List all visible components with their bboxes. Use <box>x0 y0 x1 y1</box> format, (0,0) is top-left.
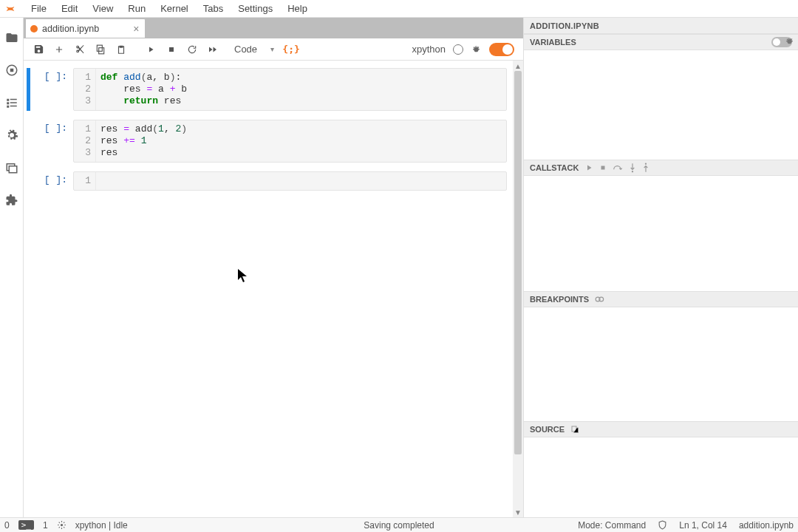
scrollbar-thumb[interactable] <box>514 71 522 454</box>
code-cell[interactable]: [ ]:123def add(a, b): res = a + b return… <box>27 68 507 111</box>
restart-run-all-button[interactable] <box>204 41 222 58</box>
code-editor[interactable]: 123def add(a, b): res = a + b return res <box>73 68 507 111</box>
debugger-panel-bug-icon[interactable] <box>784 35 795 47</box>
svg-rect-1 <box>10 69 13 72</box>
status-file[interactable]: addition.ipynb <box>739 520 794 531</box>
code-body[interactable] <box>96 172 105 190</box>
callstack-header[interactable]: CALLSTACK <box>524 160 798 176</box>
cell-prompt: [ ]: <box>30 120 73 163</box>
scrollbar-track[interactable] <box>513 71 523 507</box>
cell-type-label: Code <box>234 44 257 55</box>
status-left-1[interactable]: 1 <box>43 520 48 531</box>
notebook-toolbar: Code ▾ {;} xpython <box>24 38 523 61</box>
left-sidebar <box>0 18 24 517</box>
code-cell[interactable]: [ ]:123res = add(1, 2)res += 1res <box>27 120 507 163</box>
line-numbers: 123 <box>74 120 96 162</box>
toggle-knob <box>773 38 780 46</box>
menu-file[interactable]: File <box>24 1 54 16</box>
copy-button[interactable] <box>92 41 109 58</box>
insert-cell-button[interactable] <box>50 41 68 58</box>
step-over-icon[interactable] <box>613 163 623 172</box>
line-numbers: 123 <box>74 69 96 110</box>
code-cell[interactable]: [ ]:1 <box>27 171 507 191</box>
svg-point-8 <box>632 171 633 172</box>
toc-icon[interactable] <box>5 96 18 109</box>
continue-icon[interactable] <box>584 163 593 172</box>
debugger-title: ADDITION.IPYNB <box>524 18 798 34</box>
debugger-toggle[interactable] <box>489 43 514 56</box>
code-body[interactable]: def add(a, b): res = a + b return res <box>96 69 191 110</box>
tab-addition-ipynb[interactable]: addition.ipynb × <box>25 18 146 38</box>
cell-prompt: [ ]: <box>30 171 73 191</box>
restart-button[interactable] <box>183 41 201 58</box>
kernel-status-icon[interactable] <box>453 44 463 55</box>
breakpoints-header[interactable]: BREAKPOINTS <box>524 291 798 307</box>
status-bar: 0 >_ 1 xpython | Idle Saving completed M… <box>0 517 798 532</box>
variables-body <box>524 50 798 160</box>
tabs-icon[interactable] <box>5 161 18 174</box>
menu-tabs[interactable]: Tabs <box>196 1 231 16</box>
notebook-dot-icon <box>30 25 38 33</box>
line-numbers: 1 <box>74 172 96 190</box>
code-editor[interactable]: 123res = add(1, 2)res += 1res <box>73 120 507 163</box>
notebook-scrollbar[interactable]: ▲ ▼ <box>513 61 523 517</box>
source-header[interactable]: SOURCE <box>524 421 798 437</box>
status-lncol[interactable]: Ln 1, Col 14 <box>679 520 727 531</box>
chevron-down-icon: ▾ <box>270 45 274 53</box>
callstack-body <box>524 176 798 291</box>
kernel-name[interactable]: xpython <box>412 44 446 55</box>
tab-title: addition.ipynb <box>42 24 99 34</box>
breakpoints-label: BREAKPOINTS <box>530 295 589 304</box>
menu-settings[interactable]: Settings <box>231 1 280 16</box>
menubar: File Edit View Run Kernel Tabs Settings … <box>0 0 798 18</box>
kernel-status-text[interactable]: xpython | Idle <box>75 520 128 531</box>
pause-icon[interactable] <box>599 164 607 171</box>
status-trust-icon[interactable] <box>658 520 667 530</box>
scroll-up-icon[interactable]: ▲ <box>513 61 523 71</box>
svg-point-13 <box>61 524 63 526</box>
source-label: SOURCE <box>530 425 565 434</box>
code-body[interactable]: res = add(1, 2)res += 1res <box>96 120 191 162</box>
close-icon[interactable]: × <box>133 23 139 35</box>
variables-label: VARIABLES <box>530 38 576 47</box>
scroll-down-icon[interactable]: ▼ <box>513 507 523 517</box>
step-out-icon[interactable] <box>642 163 649 173</box>
terminal-chip[interactable]: >_ <box>18 520 34 530</box>
open-source-icon[interactable] <box>570 425 579 434</box>
status-settings-icon[interactable] <box>57 520 66 530</box>
jupyter-logo-icon <box>3 1 18 16</box>
svg-point-9 <box>645 163 647 165</box>
variables-header[interactable]: VARIABLES <box>524 34 798 50</box>
render-button[interactable]: {;} <box>282 41 300 58</box>
menu-edit[interactable]: Edit <box>54 1 85 16</box>
svg-rect-7 <box>601 166 605 170</box>
settings-icon[interactable] <box>5 129 18 142</box>
cut-button[interactable] <box>71 41 89 58</box>
menu-help[interactable]: Help <box>280 1 315 16</box>
status-left-0[interactable]: 0 <box>4 520 10 531</box>
code-editor[interactable]: 1 <box>73 171 507 191</box>
paste-button[interactable] <box>112 41 130 58</box>
cell-type-select[interactable]: Code ▾ <box>229 41 279 57</box>
interrupt-button[interactable] <box>163 41 180 58</box>
toggle-knob <box>502 44 513 55</box>
status-mode: Mode: Command <box>578 520 646 531</box>
menu-run[interactable]: Run <box>120 1 153 16</box>
save-button[interactable] <box>30 41 47 58</box>
folder-icon[interactable] <box>5 31 18 44</box>
debugger-toolbar-icon[interactable] <box>471 44 482 55</box>
debugger-panel: ADDITION.IPYNB VARIABLES CALLSTACK <box>523 18 798 517</box>
running-icon[interactable] <box>5 64 18 77</box>
menu-kernel[interactable]: Kernel <box>153 1 196 16</box>
notebook-area[interactable]: [ ]:123def add(a, b): res = a + b return… <box>24 61 523 517</box>
run-button[interactable] <box>142 41 160 58</box>
clear-breakpoints-icon[interactable] <box>595 295 605 304</box>
cell-prompt: [ ]: <box>30 68 73 111</box>
breakpoints-body <box>524 307 798 421</box>
menu-view[interactable]: View <box>85 1 120 16</box>
status-message: Saving completed <box>364 520 434 531</box>
notebook-panel: addition.ipynb × <box>24 18 523 517</box>
callstack-label: CALLSTACK <box>530 163 579 172</box>
extensions-icon[interactable] <box>5 194 18 207</box>
step-into-icon[interactable] <box>629 163 636 173</box>
